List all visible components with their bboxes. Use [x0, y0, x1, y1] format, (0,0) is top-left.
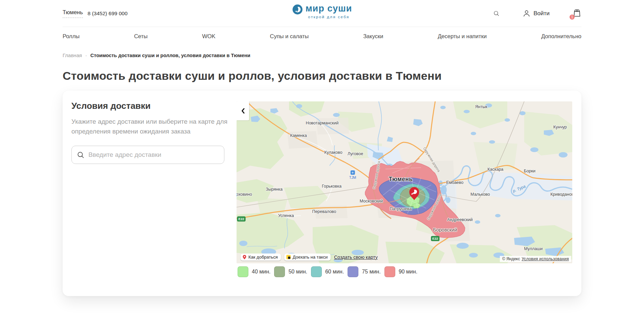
- directions-label: Как добраться: [248, 255, 278, 260]
- map-place-label: Зырянка: [266, 187, 283, 192]
- address-input[interactable]: [88, 151, 219, 159]
- search-icon: [77, 151, 84, 159]
- map-place-label: рховино: [237, 192, 252, 197]
- collapse-panel-button[interactable]: [237, 101, 249, 120]
- map-place-label: Борки: [524, 169, 536, 173]
- yandex-copyright: © Яндекс: [502, 257, 520, 261]
- city-selector[interactable]: Тюмень: [63, 9, 83, 18]
- legend-item: 40 мин.: [238, 266, 270, 277]
- delivery-panel: Условия доставки Укажите адрес доставки …: [71, 101, 234, 164]
- panel-description: Укажите адрес доставки или выберите на к…: [71, 117, 234, 136]
- legend-swatch: [274, 266, 285, 277]
- airport-code: TJM: [349, 175, 356, 179]
- map-controls: Как добраться Доехать на такси Создать с…: [241, 254, 378, 261]
- delivery-card: Условия доставки Укажите адрес доставки …: [63, 91, 581, 296]
- route-badge: E22: [431, 236, 440, 241]
- airplane-icon: ✈: [350, 170, 355, 175]
- legend-label: 75 мин.: [362, 269, 380, 275]
- map-place-label: Кунчур: [553, 125, 567, 129]
- nav-item[interactable]: Закуски: [363, 33, 383, 40]
- map-place-label: Тюмень: [389, 176, 413, 183]
- terms-link[interactable]: Условия использования: [522, 257, 569, 261]
- taxi-icon: [286, 255, 291, 259]
- map-place-label: Новотарманский: [306, 121, 339, 125]
- top-bar: Тюмень 8 (3452) 699 000 мир суши открой …: [63, 0, 581, 27]
- legend-item: 60 мин.: [311, 266, 344, 277]
- main-nav: РоллыСетыWOKСупы и салатыЗакускиДесерты …: [63, 27, 581, 45]
- pin-icon: [243, 255, 246, 260]
- user-icon: [523, 9, 531, 18]
- airport-marker: ✈TJM: [349, 170, 356, 179]
- create-map-link[interactable]: Создать свою карту: [334, 255, 378, 260]
- map-place-label: Ембаево: [446, 180, 463, 185]
- legend-item: 90 мин.: [384, 266, 417, 277]
- legend-label: 60 мин.: [325, 269, 344, 275]
- page-title: Стоимость доставки суши и роллов, услови…: [63, 69, 581, 82]
- map-place-label: Муллаши: [524, 246, 542, 251]
- breadcrumb-separator: ·: [85, 52, 87, 58]
- login-button[interactable]: Войти: [523, 9, 550, 18]
- map-place-label: Мальково: [470, 192, 490, 197]
- directions-button[interactable]: Как добраться: [241, 254, 281, 261]
- legend-label: 40 мин.: [252, 269, 270, 275]
- map-legend: 40 мин.50 мин.60 мин.75 мин.90 мин.: [238, 266, 417, 277]
- map-place-label: Янтык: [475, 104, 487, 109]
- phone-number[interactable]: 8 (3452) 699 000: [88, 10, 128, 17]
- legend-swatch: [238, 266, 248, 277]
- logo-title: мир суши: [306, 4, 352, 13]
- map-place-label: Боровский: [433, 227, 457, 233]
- map-place-label: Московский: [360, 199, 383, 203]
- breadcrumb: Главная · Стоимость доставки суши и ролл…: [63, 52, 581, 58]
- search-icon[interactable]: [493, 10, 499, 17]
- legend-label: 50 мин.: [288, 269, 307, 275]
- logo[interactable]: мир суши открой для себя: [292, 4, 352, 19]
- map-place-label: Каскара: [487, 167, 503, 172]
- cart-badge: 1: [570, 15, 575, 20]
- breadcrumb-current: Стоимость доставки суши и роллов, услови…: [90, 53, 250, 58]
- chevron-left-icon: [241, 108, 245, 114]
- legend-swatch: [384, 266, 395, 277]
- map-copyright: © Яндекс Условия использования: [500, 256, 571, 262]
- map-place-label: Луговое: [348, 151, 363, 156]
- delivery-map[interactable]: ЯнтыкКунчурНовотарманскийКаменкаКулаково…: [237, 101, 572, 263]
- nav-item[interactable]: Десерты и напитки: [438, 33, 487, 40]
- map-place-label: Горьковка: [322, 184, 341, 189]
- taxi-button[interactable]: Доехать на такси: [284, 254, 331, 261]
- legend-label: 90 мин.: [399, 269, 417, 275]
- logo-fish-icon: [292, 4, 303, 15]
- map-place-label: Андреевский: [447, 217, 473, 222]
- nav-item[interactable]: Роллы: [63, 33, 80, 40]
- taxi-label: Доехать на такси: [293, 255, 328, 260]
- nav-item[interactable]: WOK: [202, 33, 215, 40]
- legend-item: 75 мин.: [348, 266, 380, 277]
- login-label: Войти: [533, 10, 550, 17]
- panel-heading: Условия доставки: [71, 101, 234, 111]
- legend-item: 50 мин.: [274, 266, 307, 277]
- cart-button[interactable]: 1: [573, 8, 581, 19]
- nav-item[interactable]: Супы и салаты: [270, 33, 309, 40]
- logo-tagline: открой для себя: [308, 15, 349, 19]
- map-place-label: Кулаково: [324, 150, 342, 155]
- nav-item[interactable]: Сеты: [134, 33, 148, 40]
- map-place-label: Криводанов: [550, 192, 572, 197]
- map-place-label: Каменка: [290, 133, 307, 138]
- page: Тюмень 8 (3452) 699 000 мир суши открой …: [0, 0, 644, 296]
- map-place-label: Успенка: [278, 213, 294, 218]
- breadcrumb-home[interactable]: Главная: [63, 52, 82, 58]
- map-place-label: Перевалово: [312, 209, 336, 214]
- route-badge: E22: [237, 216, 246, 221]
- nav-item[interactable]: Дополнительно: [541, 33, 581, 40]
- legend-swatch: [348, 266, 358, 277]
- map-place-label: Патрушева: [390, 207, 412, 211]
- legend-swatch: [311, 266, 322, 277]
- address-search[interactable]: [71, 146, 224, 164]
